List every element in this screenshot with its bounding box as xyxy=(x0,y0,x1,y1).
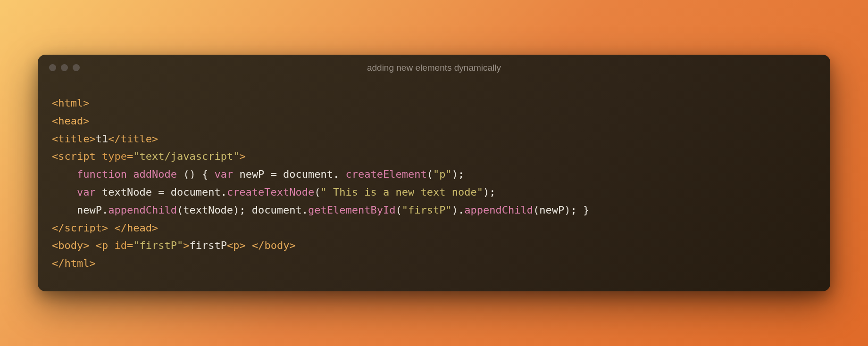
code-line: <body> <p id="firstP">firstP<p> </body> xyxy=(52,237,816,255)
code-token: "text/javascript" xyxy=(133,150,239,162)
code-window: adding new elements dynamically <html><h… xyxy=(38,55,830,291)
code-token xyxy=(89,239,95,251)
code-token: newP xyxy=(233,168,270,180)
code-line: var textNode = document.createTextNode("… xyxy=(52,183,816,201)
code-token: ); xyxy=(483,186,496,198)
code-token: document. xyxy=(277,168,346,180)
code-line: </html> xyxy=(52,255,816,272)
code-token: appendChild xyxy=(464,204,533,216)
code-token: = xyxy=(158,186,164,198)
code-token: document. xyxy=(164,186,226,198)
code-content[interactable]: <html><head><title>t1</title><script typ… xyxy=(38,81,830,291)
code-token: ( xyxy=(314,186,320,198)
code-token: = xyxy=(127,150,133,162)
code-token: " This is a new text node" xyxy=(321,186,483,198)
code-token xyxy=(127,168,133,180)
code-token: getElementById xyxy=(308,204,395,216)
code-token: <title> xyxy=(52,133,96,145)
window-title: adding new elements dynamically xyxy=(38,63,830,73)
code-token: createElement xyxy=(346,168,427,180)
code-line: function addNode () { var newP = documen… xyxy=(52,165,816,183)
code-token: <body> xyxy=(52,239,89,251)
code-token: </title> xyxy=(108,133,158,145)
code-token: (textNode); document. xyxy=(177,204,308,216)
traffic-lights xyxy=(49,64,80,71)
code-token: </head> xyxy=(114,222,158,234)
minimize-icon[interactable] xyxy=(61,64,68,71)
code-token: type xyxy=(102,150,127,162)
code-token: <script xyxy=(52,150,102,162)
code-token: createTextNode xyxy=(227,186,314,198)
code-token: ). xyxy=(452,204,465,216)
code-line: <head> xyxy=(52,112,816,130)
code-token: = xyxy=(271,168,277,180)
code-token: <head> xyxy=(52,115,89,127)
code-token: ( xyxy=(427,168,433,180)
code-token: var xyxy=(214,168,233,180)
maximize-icon[interactable] xyxy=(73,64,80,71)
code-token: > xyxy=(239,150,245,162)
code-token: > xyxy=(183,239,189,251)
code-token: "p" xyxy=(433,168,452,180)
code-token: </html> xyxy=(52,257,96,269)
code-token: "firstP" xyxy=(402,204,452,216)
code-token: textNode xyxy=(96,186,158,198)
code-token: () { xyxy=(177,168,214,180)
code-line: newP.appendChild(textNode); document.get… xyxy=(52,201,816,219)
code-token: </body> xyxy=(252,239,296,251)
code-token: addNode xyxy=(133,168,177,180)
code-token: "firstP" xyxy=(133,239,183,251)
code-token: ( xyxy=(396,204,402,216)
code-token: id xyxy=(114,239,127,251)
code-line: <html> xyxy=(52,94,816,112)
code-line: <title>t1</title> xyxy=(52,130,816,148)
code-token: ); xyxy=(452,168,465,180)
code-token: </script> xyxy=(52,222,108,234)
code-token: <html> xyxy=(52,97,89,109)
code-token: newP. xyxy=(77,204,108,216)
titlebar: adding new elements dynamically xyxy=(38,55,830,81)
code-token: firstP xyxy=(189,239,226,251)
code-token xyxy=(108,222,114,234)
code-token: function xyxy=(77,168,127,180)
code-token: <p xyxy=(96,239,115,251)
code-token: t1 xyxy=(96,133,108,145)
code-token: appendChild xyxy=(108,204,177,216)
close-icon[interactable] xyxy=(49,64,56,71)
code-line: </script> </head> xyxy=(52,219,816,237)
code-token: <p> xyxy=(227,239,246,251)
code-token: = xyxy=(127,239,133,251)
code-line: <script type="text/javascript"> xyxy=(52,148,816,165)
code-token xyxy=(246,239,252,251)
code-token: var xyxy=(77,186,96,198)
code-token: (newP); } xyxy=(533,204,589,216)
